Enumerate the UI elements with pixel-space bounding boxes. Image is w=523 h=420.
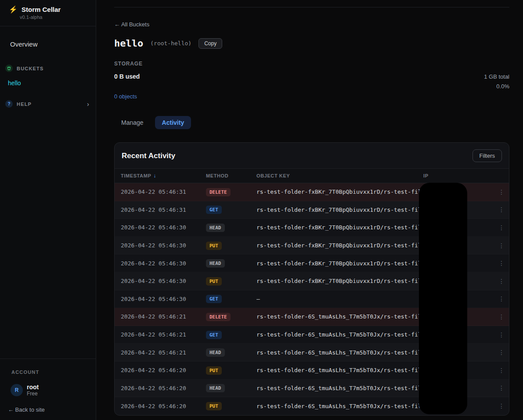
filters-button[interactable]: Filters <box>473 149 502 162</box>
top-divider <box>114 7 509 7</box>
row-menu-icon[interactable]: ⋮ <box>496 188 507 196</box>
app-title: Storm Cellar <box>22 6 61 13</box>
method-badge: PUT <box>206 366 222 375</box>
row-menu-icon[interactable]: ⋮ <box>496 224 507 231</box>
column-header-object-key[interactable]: OBJECT KEY <box>256 173 423 178</box>
timestamp-cell: 2026-04-22 05:46:30 <box>121 296 206 302</box>
timestamp-cell: 2026-04-22 05:46:30 <box>121 278 206 284</box>
page-title: hello <box>114 38 143 49</box>
storage-section: STORAGE 0 B used 1 GB total 0.0% 0 objec… <box>114 61 509 100</box>
menu-cell: ⋮ <box>496 295 507 303</box>
storage-section-label: STORAGE <box>114 61 509 67</box>
ip-redaction-overlay <box>419 183 467 414</box>
back-to-site-link[interactable]: ← Back to site <box>0 397 96 413</box>
method-badge: GET <box>206 331 222 339</box>
method-cell: HEAD <box>206 259 256 268</box>
app-logo-block: ⚡ Storm Cellar v0.1-alpha <box>0 0 96 26</box>
tab-activity[interactable]: Activity <box>155 116 191 129</box>
method-badge: HEAD <box>206 348 225 357</box>
table-header-row: TIMESTAMP↓ METHOD OBJECT KEY IP <box>115 168 509 183</box>
copy-button[interactable]: Copy <box>198 38 222 49</box>
row-menu-icon[interactable]: ⋮ <box>496 313 507 320</box>
timestamp-cell: 2026-04-22 05:46:30 <box>121 260 206 267</box>
method-cell: HEAD <box>206 223 256 232</box>
storage-percent: 0.0% <box>114 83 509 90</box>
menu-cell: ⋮ <box>496 366 507 374</box>
menu-cell: ⋮ <box>496 188 507 196</box>
account-user[interactable]: R root Free <box>0 375 96 397</box>
column-header-method[interactable]: METHOD <box>206 173 256 178</box>
object-key-cell: rs-test-folder-fxBKr_7T0BpQbiuvxx1rD/rs-… <box>256 260 423 267</box>
method-badge: DELETE <box>206 188 231 196</box>
method-cell: HEAD <box>206 348 256 357</box>
row-menu-icon[interactable]: ⋮ <box>496 402 507 409</box>
menu-cell: ⋮ <box>496 206 507 214</box>
sidebar-item-overview[interactable]: Overview <box>0 37 96 51</box>
method-cell: PUT <box>206 402 256 410</box>
method-badge: GET <box>206 206 222 214</box>
sort-descending-icon: ↓ <box>153 173 156 179</box>
row-menu-icon[interactable]: ⋮ <box>496 331 507 338</box>
row-menu-icon[interactable]: ⋮ <box>496 349 507 356</box>
account-section: ACCOUNT R root Free ← Back to site <box>0 358 96 420</box>
storage-total: 1 GB total <box>484 73 509 80</box>
method-cell: PUT <box>206 366 256 375</box>
recent-activity-card: Recent Activity Filters TIMESTAMP↓ METHO… <box>114 142 509 416</box>
row-menu-icon[interactable]: ⋮ <box>496 260 507 267</box>
objects-count-link[interactable]: 0 objects <box>114 93 137 100</box>
column-header-timestamp[interactable]: TIMESTAMP↓ <box>121 173 206 179</box>
account-username: root <box>27 384 39 391</box>
row-menu-icon[interactable]: ⋮ <box>496 295 507 302</box>
menu-cell: ⋮ <box>496 224 507 232</box>
menu-cell: ⋮ <box>496 384 507 392</box>
buckets-section-label: BUCKETS <box>17 66 44 71</box>
bucket-id: (root-hello) <box>150 40 191 47</box>
sidebar-item-bucket-hello[interactable]: hello <box>0 76 96 91</box>
chevron-right-icon: › <box>87 101 90 107</box>
sidebar-item-help[interactable]: ? HELP › <box>0 97 96 111</box>
method-cell: HEAD <box>206 384 256 392</box>
menu-cell: ⋮ <box>496 259 507 267</box>
method-badge: PUT <box>206 277 222 286</box>
account-plan: Free <box>27 391 39 397</box>
sidebar: ⚡ Storm Cellar v0.1-alpha Overview BUCKE… <box>0 0 96 420</box>
timestamp-cell: 2026-04-22 05:46:31 <box>121 206 206 213</box>
row-menu-icon[interactable]: ⋮ <box>496 367 507 374</box>
method-cell: PUT <box>206 241 256 250</box>
object-key-cell: rs-test-folder-6S_tmuAsLhs_T7m5bT0Jx/rs-… <box>256 349 423 356</box>
timestamp-cell: 2026-04-22 05:46:21 <box>121 349 206 356</box>
menu-cell: ⋮ <box>496 331 507 339</box>
method-cell: DELETE <box>206 312 256 321</box>
timestamp-cell: 2026-04-22 05:46:20 <box>121 367 206 373</box>
method-badge: HEAD <box>206 259 225 268</box>
menu-cell: ⋮ <box>496 277 507 285</box>
row-menu-icon[interactable]: ⋮ <box>496 206 507 213</box>
column-header-ip[interactable]: IP <box>423 173 496 178</box>
app-version: v0.1-alpha <box>20 14 87 20</box>
method-badge: PUT <box>206 242 222 250</box>
row-menu-icon[interactable]: ⋮ <box>496 384 507 391</box>
row-menu-icon[interactable]: ⋮ <box>496 278 507 285</box>
method-cell: GET <box>206 330 256 339</box>
method-badge: DELETE <box>206 313 231 321</box>
timestamp-cell: 2026-04-22 05:46:31 <box>121 188 206 195</box>
storage-used: 0 B used <box>114 73 140 80</box>
main-content: ← All Buckets hello (root-hello) Copy ST… <box>97 7 523 416</box>
method-badge: HEAD <box>206 224 225 232</box>
object-key-cell: rs-test-folder-fxBKr_7T0BpQbiuvxx1rD/rs-… <box>256 188 423 195</box>
timestamp-cell: 2026-04-22 05:46:21 <box>121 331 206 338</box>
menu-cell: ⋮ <box>496 313 507 321</box>
object-key-cell: rs-test-folder-fxBKr_7T0BpQbiuvxx1rD/rs-… <box>256 278 423 284</box>
menu-cell: ⋮ <box>496 402 507 410</box>
object-key-cell: rs-test-folder-fxBKr_7T0BpQbiuvxx1rD/rs-… <box>256 206 423 213</box>
row-menu-icon[interactable]: ⋮ <box>496 242 507 249</box>
timestamp-cell: 2026-04-22 05:46:30 <box>121 242 206 249</box>
help-question-icon: ? <box>5 100 13 108</box>
method-badge: HEAD <box>206 384 225 392</box>
method-cell: GET <box>206 294 256 303</box>
all-buckets-back-link[interactable]: ← All Buckets <box>114 21 149 28</box>
tab-manage[interactable]: Manage <box>114 116 151 129</box>
object-key-cell: rs-test-folder-6S_tmuAsLhs_T7m5bT0Jx/rs-… <box>256 313 423 320</box>
timestamp-cell: 2026-04-22 05:46:30 <box>121 224 206 231</box>
object-key-cell: rs-test-folder-6S_tmuAsLhs_T7m5bT0Jx/rs-… <box>256 385 423 391</box>
